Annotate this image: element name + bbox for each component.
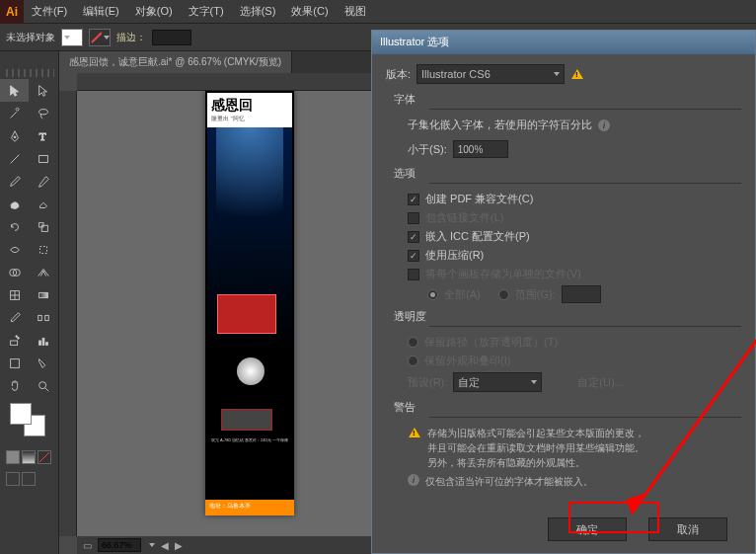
- info-icon[interactable]: i: [598, 119, 610, 131]
- eyedropper-tool[interactable]: [0, 306, 29, 329]
- dialog-titlebar[interactable]: Illustrator 选项: [372, 31, 755, 54]
- screen-mode-normal[interactable]: [6, 472, 20, 486]
- paintbrush-tool[interactable]: [0, 170, 29, 193]
- svg-rect-6: [41, 225, 47, 231]
- menu-file[interactable]: 文件(F): [24, 4, 75, 19]
- color-mode-none[interactable]: [38, 450, 51, 464]
- label-pdf: 创建 PDF 兼容文件(C): [425, 192, 533, 206]
- radio-all: [427, 289, 438, 300]
- radio-preserve-path: [408, 337, 418, 348]
- ruler-vertical[interactable]: [59, 91, 77, 536]
- menu-edit[interactable]: 编辑(E): [75, 4, 127, 19]
- gradient-tool[interactable]: [29, 283, 57, 306]
- pen-tool[interactable]: [0, 124, 29, 147]
- label-icc: 嵌入 ICC 配置文件(P): [425, 229, 530, 244]
- scale-tool[interactable]: [29, 215, 57, 238]
- slice-tool[interactable]: [29, 352, 57, 374]
- direct-selection-tool[interactable]: [29, 79, 57, 102]
- warning-text-1: 存储为旧版格式可能会引起某些文本版面的更改， 并且可能会在重新读取文档时停用某些…: [427, 426, 644, 470]
- width-tool[interactable]: [0, 238, 29, 261]
- label-all: 全部(A): [444, 287, 481, 302]
- stroke-label: 描边：: [116, 31, 146, 44]
- app-logo: Ai: [0, 0, 24, 24]
- view-mode-icon[interactable]: ▭: [83, 540, 92, 551]
- blend-tool[interactable]: [29, 306, 57, 329]
- radio-preserve-overprint: [408, 356, 418, 366]
- eraser-tool[interactable]: [29, 193, 57, 215]
- stroke-swatch[interactable]: [89, 29, 111, 46]
- perspective-grid-tool[interactable]: [29, 261, 57, 283]
- free-transform-tool[interactable]: [29, 238, 57, 261]
- fill-swatch[interactable]: [61, 29, 83, 46]
- hand-tool[interactable]: [0, 374, 29, 397]
- checkbox-pdf[interactable]: [408, 194, 419, 205]
- transparency-section-title: 透明度: [394, 309, 741, 324]
- svg-rect-22: [45, 342, 47, 345]
- font-subset-desc: 子集化嵌入字体，若使用的字符百分比: [408, 118, 592, 132]
- cancel-button[interactable]: 取消: [648, 517, 727, 541]
- version-select[interactable]: Illustrator CS6: [416, 64, 565, 84]
- color-mode-gradient[interactable]: [22, 450, 36, 464]
- poster-address: 地址：乌鲁木齐: [205, 500, 294, 515]
- radio-range: [498, 289, 509, 300]
- fill-stroke-swatches[interactable]: [6, 403, 52, 442]
- artboard-nav-prev[interactable]: ◀: [161, 540, 169, 551]
- artboard[interactable]: 感恩回 隆重出 "阿忆 双光 A-780 游忆机 首发价：240元 一年保修 地…: [205, 91, 294, 515]
- svg-rect-14: [38, 292, 47, 297]
- label-range: 范围(G):: [515, 287, 556, 302]
- svg-text:T: T: [38, 130, 45, 142]
- svg-rect-8: [39, 246, 46, 253]
- no-selection-label: 未选择对象: [6, 31, 55, 44]
- zoom-tool[interactable]: [29, 374, 57, 397]
- artboard-nav-next[interactable]: ▶: [175, 540, 183, 551]
- zoom-input[interactable]: [98, 538, 141, 552]
- menu-view[interactable]: 视图: [337, 4, 374, 19]
- color-mode-solid[interactable]: [6, 450, 20, 464]
- checkbox-compress[interactable]: [408, 250, 419, 262]
- range-input: [562, 285, 601, 303]
- svg-rect-16: [44, 315, 48, 320]
- mesh-tool[interactable]: [0, 283, 29, 306]
- magic-wand-tool[interactable]: [0, 102, 29, 124]
- svg-line-4: [10, 154, 19, 163]
- label-link: 包含链接文件(L): [425, 210, 503, 225]
- checkbox-icc[interactable]: [408, 231, 419, 243]
- screen-mode-full[interactable]: [22, 472, 36, 486]
- warning-text-2: 仅包含适当许可位的字体才能被嵌入。: [425, 474, 593, 489]
- tool-palette: T: [0, 51, 59, 554]
- blob-brush-tool[interactable]: [0, 193, 29, 215]
- font-percent-input[interactable]: [453, 140, 508, 158]
- symbol-sprayer-tool[interactable]: [0, 329, 29, 352]
- svg-rect-15: [38, 315, 41, 320]
- svg-line-0: [92, 33, 102, 42]
- illustrator-options-dialog: Illustrator 选项 版本: Illustrator CS6 字体 子集…: [371, 30, 756, 554]
- label-artboard: 将每个画板存储为单独的文件(V): [425, 267, 581, 281]
- svg-point-19: [15, 335, 17, 337]
- selection-tool[interactable]: [0, 79, 29, 102]
- options-section-title: 选项: [394, 166, 741, 181]
- document-tab[interactable]: 感恩回馈，诚意巨献.ai* @ 66.67% (CMYK/预览): [59, 51, 292, 73]
- font-section-title: 字体: [394, 92, 741, 107]
- svg-line-26: [39, 452, 49, 462]
- poster-subtitle: 隆重出 "阿忆: [211, 115, 288, 123]
- lasso-tool[interactable]: [29, 102, 57, 124]
- svg-rect-23: [10, 358, 19, 367]
- type-tool[interactable]: T: [29, 124, 57, 147]
- menu-type[interactable]: 文字(T): [181, 4, 232, 19]
- svg-rect-5: [38, 155, 47, 162]
- menu-select[interactable]: 选择(S): [232, 4, 284, 19]
- stroke-weight-input[interactable]: [152, 30, 191, 45]
- line-tool[interactable]: [0, 147, 29, 170]
- column-graph-tool[interactable]: [29, 329, 57, 352]
- poster-title: 感恩回: [211, 97, 288, 115]
- menu-effect[interactable]: 效果(C): [283, 4, 336, 19]
- menu-object[interactable]: 对象(O): [127, 4, 181, 19]
- ok-button[interactable]: 确定: [548, 517, 627, 541]
- rotate-tool[interactable]: [0, 215, 29, 238]
- preset-select: 自定: [453, 372, 542, 392]
- svg-rect-20: [38, 341, 40, 345]
- pencil-tool[interactable]: [29, 170, 57, 193]
- rectangle-tool[interactable]: [29, 147, 57, 170]
- artboard-tool[interactable]: [0, 352, 29, 374]
- shape-builder-tool[interactable]: [0, 261, 29, 283]
